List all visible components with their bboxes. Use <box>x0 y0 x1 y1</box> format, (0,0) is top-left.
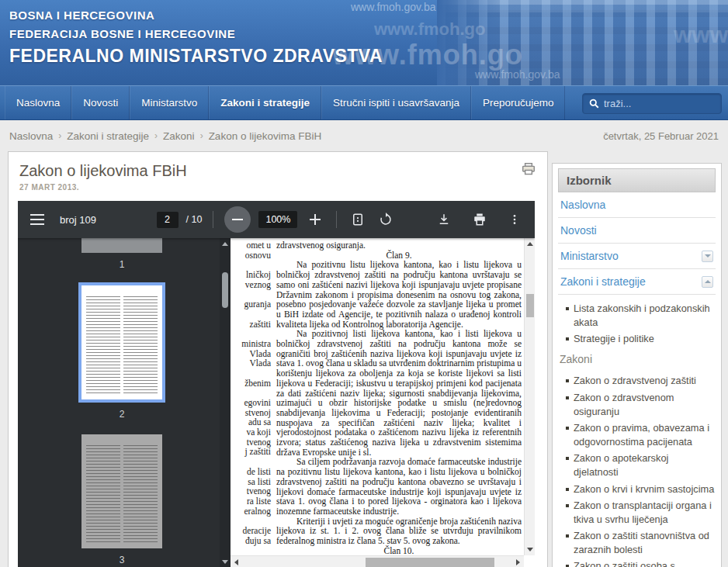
print-icon <box>473 213 487 226</box>
sidebar-sub-item[interactable]: Lista zakonskih i podzakonskih akata <box>564 302 716 330</box>
pdf-left-column-fragment <box>231 368 274 379</box>
breadcrumb-bar: Naslovna › Zakoni i strategije › Zakoni … <box>0 121 728 150</box>
sidebar-item-novosti[interactable]: Novosti <box>558 218 716 244</box>
pdf-print-button[interactable] <box>470 209 490 230</box>
pdf-page-total: / 10 <box>186 214 203 225</box>
sidebar-item-naslovna[interactable]: Naslovna <box>558 192 716 218</box>
pdf-text-column: zdravstvenog osiguranja. Član 9. Na pozi… <box>276 240 522 563</box>
pdf-left-column-fragment <box>231 309 274 320</box>
scroll-left-icon[interactable] <box>234 559 238 565</box>
expand-button[interactable] <box>702 251 713 262</box>
pdf-thumbnail-page-1[interactable]: 1 <box>81 238 162 270</box>
nav-item-zakoni-i-strategije[interactable]: Zakoni i strategije <box>209 86 321 119</box>
page-title: Zakon o lijekovima FBiH <box>19 162 187 180</box>
pdf-left-column-fragment: stvenoj <box>231 408 274 418</box>
download-button[interactable] <box>434 209 454 230</box>
pdf-horizontal-scrollbar[interactable] <box>231 555 524 567</box>
pdf-left-column-fragment: tvenog <box>231 486 274 496</box>
sidebar-item-zakoni[interactable]: Zakoni <box>558 351 716 367</box>
print-article-icon <box>522 163 536 175</box>
sidebar-law-link[interactable]: Zakon o zdravstvenoj zaštiti <box>564 374 716 388</box>
sidebar-sub-item[interactable]: Strategije i politike <box>564 332 716 346</box>
scroll-down-icon[interactable] <box>222 560 228 564</box>
more-options-icon <box>508 213 521 226</box>
breadcrumb-zakoni[interactable]: Zakoni <box>163 130 195 142</box>
pdf-left-column-fragment: eralnog <box>231 506 274 517</box>
scrollbar-thumb[interactable] <box>222 272 228 308</box>
pdf-left-column-fragment: žbenim <box>231 379 274 389</box>
search-input[interactable] <box>604 98 715 109</box>
pdf-left-column-fragment: Vlada <box>231 349 274 359</box>
pdf-page-view: omet uosnovulničkojveznogguranjazaštitim… <box>231 238 535 567</box>
header-federation-line: FEDERACIJA BOSNE I HERCEGOVINE <box>9 25 383 43</box>
sidebar-law-link[interactable]: Zakon o apotekarskoj djelatnosti <box>564 451 716 479</box>
nav-item-naslovna[interactable]: Naslovna <box>5 86 71 119</box>
breadcrumb-zakoni-i-strategije[interactable]: Zakoni i strategije <box>67 130 149 142</box>
breadcrumb-naslovna[interactable]: Naslovna <box>9 130 53 142</box>
sidebar-law-link[interactable]: Zakon o transplantaciji organa i tkiva u… <box>564 499 716 527</box>
pdf-left-column-fragment <box>231 260 274 270</box>
pdf-left-column-fragment: omet u <box>231 240 274 251</box>
pdf-article-heading: Član 10. <box>276 546 522 556</box>
print-article-button[interactable] <box>521 163 536 177</box>
toolbar-divider <box>213 211 213 228</box>
pdf-left-column-fragment: zaštiti <box>231 320 274 330</box>
collapse-button[interactable] <box>702 276 713 288</box>
pdf-page-number-input[interactable] <box>157 212 179 228</box>
scrollbar-thumb[interactable] <box>366 558 494 567</box>
current-date: četvrtak, 25 Februar 2021 <box>603 130 719 142</box>
pdf-thumbnail-page-3[interactable]: 3 <box>81 434 162 565</box>
pdf-paragraph: Na pozitivnu listu lijekova kantona, kao… <box>276 260 522 329</box>
nav-item-ministarstvo[interactable]: Ministarstvo <box>130 86 209 119</box>
sidebar-law-link[interactable]: Zakon o pravima, obavezama i odgovornost… <box>564 421 716 449</box>
nav-item-novosti[interactable]: Novosti <box>71 86 130 119</box>
rotate-page-button[interactable] <box>376 209 396 230</box>
thumbnail-label: 2 <box>81 409 162 420</box>
fit-page-button[interactable] <box>348 209 368 230</box>
article-card: Zakon o lijekovima FBiH 27 MART 2013. br… <box>8 151 548 567</box>
scroll-right-icon[interactable] <box>516 559 520 565</box>
nav-item-strucni-ispiti[interactable]: Stručni ispiti i usavršavanja <box>321 86 471 119</box>
scroll-up-icon[interactable] <box>527 242 533 246</box>
more-options-button[interactable] <box>505 209 524 230</box>
pdf-vertical-scrollbar[interactable] <box>524 238 535 555</box>
breadcrumb-current-page: Zakon o lijekovima FBiH <box>209 130 322 142</box>
scrollbar-thumb[interactable] <box>526 294 534 317</box>
pdf-left-column-fragment <box>231 329 274 339</box>
download-icon <box>437 213 451 226</box>
sidebar-item-zakoni-i-strategije[interactable]: Zakoni i strategije <box>558 269 716 295</box>
pdf-left-column-fragment: ministra <box>231 339 274 349</box>
thumbnail-panel-scrollbar[interactable] <box>220 238 231 567</box>
pdf-left-column-fragment: veznog <box>231 280 274 290</box>
sidebar-law-link[interactable]: Zakon o zaštiti osoba s duševnim smetnja… <box>564 559 716 567</box>
sidebar-law-link[interactable]: Zakon o zdravstvenom osiguranju <box>564 391 716 419</box>
pdf-zoom-level: 100% <box>258 211 297 228</box>
pdf-menu-button[interactable] <box>27 211 47 228</box>
zoom-out-button[interactable] <box>224 206 251 233</box>
pdf-body: 1 2 3 <box>18 238 535 567</box>
zoom-in-button[interactable] <box>305 209 325 230</box>
minus-icon <box>232 219 243 220</box>
pdf-left-column-fragment: lničkoj <box>231 270 274 280</box>
pdf-left-column-fragment: va koji <box>231 427 274 437</box>
pdf-left-column-fragment <box>231 516 274 526</box>
sidebar-item-ministarstvo[interactable]: Ministarstvo <box>558 244 716 269</box>
pdf-left-column-fragment: ra liste <box>231 496 274 506</box>
sidebar-law-link[interactable]: Zakon o zaštiti stanovništva od zaraznih… <box>564 529 716 557</box>
pdf-paragraph: Sa ciljem podržavanja razvoja domaće far… <box>276 457 522 516</box>
scroll-up-icon[interactable] <box>222 242 228 246</box>
sidebar-law-link[interactable]: Zakon o krvi i krvnim sastojcima <box>564 482 716 496</box>
pdf-left-column-fragment: de listi <box>231 467 274 477</box>
sidebar-menu: Izbornik Naslovna Novosti Ministarstvo Z… <box>552 163 722 567</box>
scroll-down-icon[interactable] <box>527 548 533 551</box>
pdf-left-column-fragment <box>231 457 274 467</box>
nav-item-preporucujemo[interactable]: Preporučujemo <box>471 86 566 119</box>
site-logo-text: BOSNA I HERCEGOVINA FEDERACIJA BOSNE I H… <box>9 6 383 67</box>
pdf-left-column-fragments: omet uosnovulničkojveznogguranjazaštitim… <box>231 240 274 545</box>
pdf-toolbar: broj 109 / 10 100% <box>18 201 535 238</box>
pdf-viewer: broj 109 / 10 100% <box>18 201 535 567</box>
thumbnail-label: 1 <box>81 259 162 270</box>
search-box[interactable] <box>582 93 722 114</box>
pdf-thumbnail-page-2-selected[interactable]: 2 <box>81 282 162 420</box>
pdf-paragraph: zdravstvenog osiguranja. <box>276 240 522 251</box>
